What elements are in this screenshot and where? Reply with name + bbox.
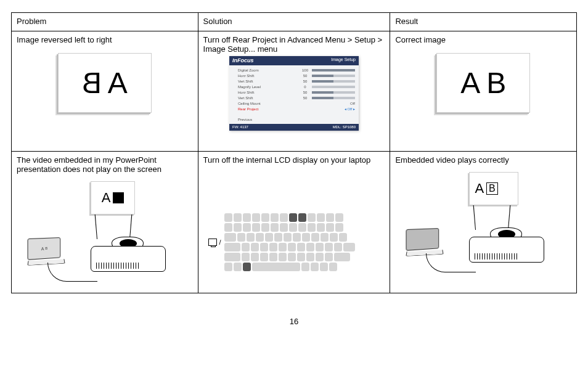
laptop-projector-diagram-result: A B [395, 167, 571, 278]
embedded-video-blank-icon [113, 192, 124, 203]
menu-item: Digital Zoom100 [238, 68, 355, 73]
menu-item: Rear Project◂ Off ▸ [238, 107, 355, 112]
laptop-projector-diagram-problem: A A B [17, 176, 193, 287]
row1-result-cell: Correct image A B [390, 31, 577, 152]
keyboard-icon [224, 213, 356, 272]
letter-a: A [108, 66, 128, 100]
menu-item: Vert Shift50 [238, 96, 355, 101]
col-header-result: Result [390, 13, 577, 31]
menu-title: Image Setup [331, 57, 356, 64]
row2-problem-text: The video embedded in my PowerPoint pres… [17, 155, 193, 174]
projected-screen-problem: A [91, 181, 135, 214]
row2-problem-cell: The video embedded in my PowerPoint pres… [12, 152, 198, 293]
menu-item: Magnify Level0 [238, 84, 355, 90]
menu-brand: InFocus [232, 57, 254, 64]
row1-solution-cell: Turn off Rear Project in Advanced Menu >… [198, 31, 390, 152]
col-header-problem: Problem [12, 13, 198, 31]
menu-item: Ceiling MountOff [238, 101, 355, 107]
letter-b: B [486, 66, 506, 100]
menu-previous: Previous [238, 117, 355, 123]
menu-item: Horz Shift50 [238, 73, 355, 79]
menu-footer-right: MDL: SP1080 [333, 125, 356, 129]
row1-problem-cell: Image reversed left to right B A [12, 31, 198, 152]
menu-item: Horz Shift50 [238, 90, 355, 96]
correct-image-illustration: A B [436, 53, 530, 113]
row2-solution-cell: Turn off the internal LCD display on you… [198, 152, 390, 293]
row2-solution-text: Turn off the internal LCD display on you… [203, 155, 385, 165]
projected-screen-result: A B [469, 172, 518, 205]
keyboard-shortcut-illustration: / [208, 213, 385, 272]
page-number: 16 [11, 317, 577, 326]
menu-footer-left: FW: 4137 [232, 125, 248, 129]
row2-result-cell: Embedded video plays correctly A B [390, 152, 577, 293]
projector-icon [91, 238, 165, 272]
row1-problem-text: Image reversed left to right [17, 35, 193, 44]
slash-icon: / [219, 239, 221, 246]
letter-a: A [460, 66, 480, 100]
projector-icon [469, 229, 543, 263]
row1-result-text: Correct image [395, 35, 571, 44]
reversed-image-illustration: B A [58, 53, 152, 113]
image-setup-menu-screenshot: InFocus Image Setup Digital Zoom100Horz … [229, 56, 359, 131]
col-header-solution: Solution [198, 13, 390, 31]
mirrored-letter-b: B [82, 66, 102, 100]
menu-item: Vert Shift50 [238, 79, 355, 84]
laptop-display-icon [208, 239, 217, 246]
row2-result-text: Embedded video plays correctly [395, 155, 571, 165]
row1-solution-text: Turn off Rear Project in Advanced Menu >… [203, 35, 385, 54]
troubleshoot-table: Problem Solution Result Image reversed l… [11, 12, 577, 293]
